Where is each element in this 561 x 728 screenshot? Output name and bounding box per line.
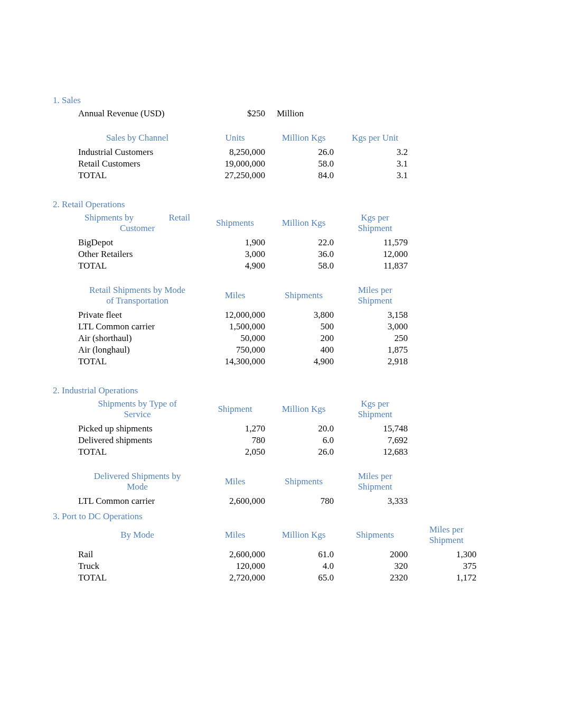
hdr-part: of Transportation <box>78 296 197 306</box>
row-label: Other Retailers <box>74 248 201 260</box>
cell: 1,270 <box>201 423 269 435</box>
cell: 58.0 <box>269 158 338 170</box>
table-row: Air (shorthaul) 50,000 200 250 <box>74 333 412 344</box>
hdr-part: Shipment <box>342 296 408 306</box>
col-header-mkgs: Million Kgs <box>269 132 338 146</box>
cell: 375 <box>412 560 481 572</box>
row-label: TOTAL <box>74 170 201 181</box>
col-header-kpu: Kgs per Unit <box>338 132 412 146</box>
row-label: TOTAL <box>74 260 201 272</box>
hdr-part: Mode <box>78 482 197 492</box>
cell: 780 <box>201 435 269 446</box>
table-row: Delivered shipments 780 6.0 7,692 <box>74 435 412 446</box>
cell: 1,900 <box>201 237 269 248</box>
col-header-mkgs: Million Kgs <box>269 524 338 549</box>
table-row: TOTAL 2,050 26.0 12,683 <box>74 446 412 458</box>
row-label: TOTAL <box>74 572 201 584</box>
row-label: LTL Common carrier <box>74 321 201 333</box>
col-header-kps: Kgs per Shipment <box>338 212 412 237</box>
table-row: TOTAL 14,300,000 4,900 2,918 <box>74 356 412 367</box>
cell: 15,748 <box>338 423 412 435</box>
retail-mode-table: Retail Shipments by Mode of Transportati… <box>74 284 412 367</box>
row-label: BigDepot <box>74 237 201 248</box>
hdr-part: Service <box>78 409 197 420</box>
cell: 200 <box>269 333 338 344</box>
col-header-kps: Kgs per Shipment <box>338 398 412 423</box>
table-row: Industrial Customers 8,250,000 26.0 3.2 <box>74 146 412 158</box>
cell: 2320 <box>338 572 412 584</box>
cell: 1,500,000 <box>201 321 269 333</box>
table-row: BigDepot 1,900 22.0 11,579 <box>74 237 412 248</box>
row-label: LTL Common carrier <box>74 495 201 507</box>
table-row: Private fleet 12,000,000 3,800 3,158 <box>74 309 412 321</box>
page-content: 1. Sales Annual Revenue (USD) $250 Milli… <box>0 0 561 584</box>
hdr-part: Miles per <box>342 285 408 296</box>
hdr-part: Delivered Shipments by <box>78 471 197 482</box>
table-row: TOTAL 2,720,000 65.0 2320 1,172 <box>74 572 481 584</box>
section-heading-port: 3. Port to DC Operations <box>53 511 519 522</box>
cell: 8,250,000 <box>201 146 269 158</box>
table-header-row: Shipments by Type of Service Shipment Mi… <box>74 398 412 423</box>
table-row: TOTAL 27,250,000 84.0 3.1 <box>74 170 412 181</box>
hdr-part: Shipment <box>342 223 408 234</box>
hdr-part: Kgs per <box>342 213 408 223</box>
section-heading-industrial: 2. Industrial Operations <box>53 385 519 396</box>
cell: 11,579 <box>338 237 412 248</box>
hdr-part: Shipments by <box>85 213 134 223</box>
revenue-unit: Million <box>269 108 338 119</box>
table-row: LTL Common carrier 2,600,000 780 3,333 <box>74 495 412 507</box>
cell: 2,720,000 <box>201 572 269 584</box>
hdr-part: Miles per <box>416 524 476 535</box>
row-label: Private fleet <box>74 309 201 321</box>
col-header-shipments: Shipments <box>269 471 338 495</box>
hdr-part: Customer <box>78 223 197 234</box>
col-header-label: Shipments by Type of Service <box>74 398 201 423</box>
cell: 22.0 <box>269 237 338 248</box>
cell: 26.0 <box>269 446 338 458</box>
cell: 14,300,000 <box>201 356 269 367</box>
cell: 320 <box>338 560 412 572</box>
hdr-part: Shipment <box>342 409 408 420</box>
cell: 19,000,000 <box>201 158 269 170</box>
sales-channel-table: Sales by Channel Units Million Kgs Kgs p… <box>74 132 412 181</box>
cell: 12,000,000 <box>201 309 269 321</box>
table-row: Rail 2,600,000 61.0 2000 1,300 <box>74 549 481 560</box>
cell: 2000 <box>338 549 412 560</box>
hdr-part: Kgs per <box>342 399 408 409</box>
table-row: TOTAL 4,900 58.0 11,837 <box>74 260 412 272</box>
table-header-row: Sales by Channel Units Million Kgs Kgs p… <box>74 132 412 146</box>
row-label: Air (longhaul) <box>74 344 201 356</box>
table-header-row: By Mode Miles Million Kgs Shipments Mile… <box>74 524 481 549</box>
col-header-label: Delivered Shipments by Mode <box>74 471 201 495</box>
table-header-row: Shipments by Retail Customer Shipments M… <box>74 212 412 237</box>
cell: 7,692 <box>338 435 412 446</box>
hdr-part: Shipments by Type of <box>78 399 197 409</box>
col-header-shipments: Shipments <box>201 212 269 237</box>
table-row: Picked up shipments 1,270 20.0 15,748 <box>74 423 412 435</box>
cell: 780 <box>269 495 338 507</box>
cell: 2,600,000 <box>201 549 269 560</box>
cell: 3,000 <box>201 248 269 260</box>
row-label: Industrial Customers <box>74 146 201 158</box>
cell: 12,683 <box>338 446 412 458</box>
revenue-label: Annual Revenue (USD) <box>74 108 201 119</box>
empty-cell <box>338 108 412 119</box>
table-row: Truck 120,000 4.0 320 375 <box>74 560 481 572</box>
cell: 3,800 <box>269 309 338 321</box>
row-label: TOTAL <box>74 356 201 367</box>
row-label: Retail Customers <box>74 158 201 170</box>
cell: 500 <box>269 321 338 333</box>
cell: 3.2 <box>338 146 412 158</box>
col-header-mps: Miles per Shipment <box>338 284 412 309</box>
table-header-row: Delivered Shipments by Mode Miles Shipme… <box>74 471 412 495</box>
hdr-part: Retail Shipments by Mode <box>78 285 197 296</box>
cell: 4.0 <box>269 560 338 572</box>
col-header-label: Retail Shipments by Mode of Transportati… <box>74 284 201 309</box>
col-header-shipment: Shipment <box>201 398 269 423</box>
col-header-miles: Miles <box>201 471 269 495</box>
cell: 1,172 <box>412 572 481 584</box>
table-row: Other Retailers 3,000 36.0 12,000 <box>74 248 412 260</box>
cell: 2,918 <box>338 356 412 367</box>
hdr-part: Retail <box>169 213 190 223</box>
col-header-label: Sales by Channel <box>74 132 201 146</box>
